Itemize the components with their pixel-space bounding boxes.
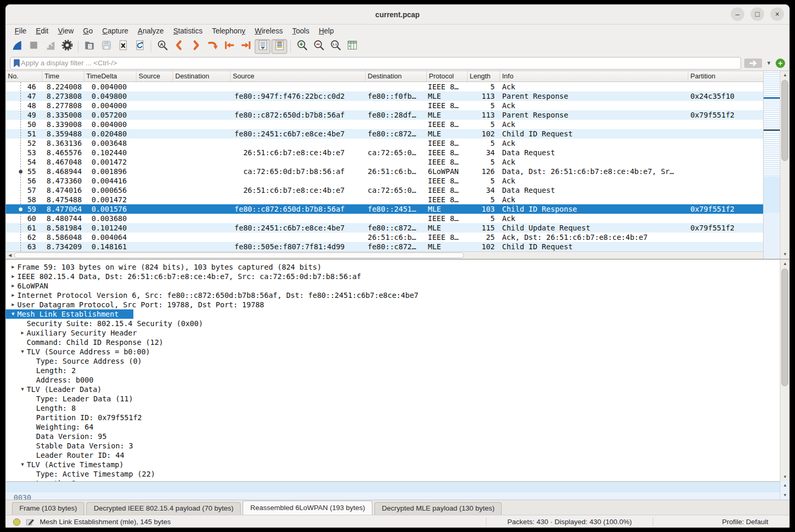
menu-tools[interactable]: Tools xyxy=(288,26,314,36)
detail-line[interactable]: ▾Mesh Link Establishment xyxy=(6,309,789,319)
detail-vscrollbar[interactable]: ▲ ▼ xyxy=(780,260,789,481)
column-header-length[interactable]: Length xyxy=(468,71,500,82)
column-header-info[interactable]: Info xyxy=(500,71,688,82)
menu-statistics[interactable]: Statistics xyxy=(168,26,207,36)
packet-row-49[interactable]: 498.3350080.057200fe80::c872:650d:b7b8:5… xyxy=(6,110,789,120)
column-header-protocol[interactable]: Protocol xyxy=(427,71,468,82)
minimize-button[interactable]: – xyxy=(731,7,744,21)
reload-file-button[interactable] xyxy=(132,39,147,54)
expander-open-icon[interactable]: ▾ xyxy=(18,385,27,394)
detail-line[interactable]: Partition ID: 0x79f551f2 xyxy=(6,413,789,422)
expander-closed-icon[interactable]: ▸ xyxy=(18,328,27,338)
packet-row-61[interactable]: 618.5819840.101240fe80::2451:c6b7:e8ce:4… xyxy=(6,223,789,233)
expander-open-icon[interactable]: ▾ xyxy=(18,347,27,356)
packet-row-51[interactable]: 518.3594880.020480fe80::2451:c6b7:e8ce:4… xyxy=(6,129,789,138)
detail-line[interactable]: Address: b000 xyxy=(6,375,789,385)
detail-line[interactable]: Length: 8 xyxy=(6,403,789,413)
detail-line[interactable]: ▸IEEE 802.15.4 Data, Dst: 26:51:c6:b7:e8… xyxy=(6,272,789,281)
zoom-in-button[interactable] xyxy=(294,39,310,54)
menu-wireless[interactable]: Wireless xyxy=(250,26,288,36)
open-file-button[interactable] xyxy=(82,39,97,54)
packet-row-58[interactable]: 588.4754880.001472IEEE 8…5Ack xyxy=(6,195,789,204)
apply-filter-button[interactable] xyxy=(744,59,762,68)
go-forward-button[interactable] xyxy=(188,39,203,54)
packet-row-57[interactable]: 578.4740160.00065626:51:c6:b7:e8:ce:4b:e… xyxy=(6,186,789,195)
byte-view-tab[interactable]: Reassembled 6LoWPAN (193 bytes) xyxy=(243,501,372,515)
scroll-up-icon[interactable]: ▲ xyxy=(780,481,790,490)
colorize-toggle[interactable] xyxy=(271,39,287,54)
packet-row-55[interactable]: 558.4689440.001896ca:72:65:0d:b7:b8:56:a… xyxy=(6,167,789,176)
close-file-button[interactable] xyxy=(115,39,131,54)
detail-line[interactable]: ▾TLV (Active Timestamp) xyxy=(6,460,789,469)
detail-line[interactable]: Command: Child ID Response (12) xyxy=(6,338,789,347)
menu-analyze[interactable]: Analyze xyxy=(133,26,168,36)
hex-vscrollbar[interactable]: ▲ ▼ xyxy=(780,481,789,500)
detail-line[interactable]: Leader Router ID: 44 xyxy=(6,450,789,460)
byte-view-tab[interactable]: Decrypted MLE payload (130 bytes) xyxy=(374,502,502,515)
go-first-packet-button[interactable] xyxy=(221,39,237,54)
menu-telephony[interactable]: Telephony xyxy=(207,26,250,36)
detail-line[interactable]: ▸6LoWPAN xyxy=(6,281,789,291)
expander-closed-icon[interactable]: ▸ xyxy=(9,281,17,291)
auto-scroll-toggle[interactable] xyxy=(255,39,270,54)
scroll-up-icon[interactable]: ▲ xyxy=(780,71,790,79)
packet-row-48[interactable]: 488.2778080.004000IEEE 8…5Ack xyxy=(6,101,789,110)
column-header-dst1[interactable]: Destination xyxy=(173,71,231,82)
expert-info-icon[interactable] xyxy=(13,518,20,526)
go-back-button[interactable] xyxy=(171,39,187,54)
packet-row-54[interactable]: 548.4670480.001472IEEE 8…5Ack xyxy=(6,157,789,167)
packet-row-59[interactable]: 598.4770640.001576fe80::c872:650d:b7b8:5… xyxy=(6,204,789,214)
packet-row-47[interactable]: 478.2738080.049800fe80::947f:f476:22bc:c… xyxy=(6,91,789,101)
packet-row-63[interactable]: 638.7342090.148161fe80::505e:f807:7f81:4… xyxy=(6,242,789,251)
zoom-out-button[interactable] xyxy=(311,39,326,54)
expander-closed-icon[interactable]: ▸ xyxy=(9,291,17,300)
detail-line[interactable]: Security Suite: 802.15.4 Security (0x00) xyxy=(6,319,789,328)
packet-row-62[interactable]: 628.5860480.00406426:51:c6:b…IEEE 8…25Ac… xyxy=(6,233,789,242)
resize-columns-button[interactable] xyxy=(344,39,360,54)
column-header-partition[interactable]: Partition xyxy=(688,71,764,82)
scroll-down-icon[interactable]: ▼ xyxy=(780,250,790,259)
detail-line[interactable]: Type: Active Timestamp (22) xyxy=(6,469,789,479)
packet-row-52[interactable]: 528.3631360.003648IEEE 8…5Ack xyxy=(6,138,789,148)
add-filter-button[interactable]: + xyxy=(776,59,785,68)
vscroll-thumb[interactable] xyxy=(781,80,788,161)
detail-line[interactable]: Type: Source Address (0) xyxy=(6,356,789,366)
packet-row-46[interactable]: 468.2240080.004000IEEE 8…5Ack xyxy=(6,82,789,91)
capture-options-button[interactable] xyxy=(59,39,75,54)
go-to-packet-button[interactable] xyxy=(205,39,220,54)
detail-line[interactable]: ▾TLV (Source Address = b0:00) xyxy=(6,347,789,356)
packet-row-53[interactable]: 538.4655760.10244026:51:c6:b7:e8:ce:4b:e… xyxy=(6,148,789,157)
filter-dropdown-caret[interactable]: ▼ xyxy=(766,60,771,66)
expander-closed-icon[interactable]: ▸ xyxy=(9,272,17,281)
packet-minimap[interactable] xyxy=(763,71,780,259)
column-header-src2[interactable]: Source xyxy=(231,71,366,82)
menu-edit[interactable]: Edit xyxy=(31,26,53,36)
find-packet-button[interactable]: A xyxy=(154,39,170,54)
detail-line[interactable]: ▸Frame 59: 103 bytes on wire (824 bits),… xyxy=(6,262,789,272)
packet-list-vscrollbar[interactable]: ▲ ▼ xyxy=(780,71,789,259)
column-header-src1[interactable]: Source xyxy=(137,71,173,82)
detail-line[interactable]: Type: Leader Data (11) xyxy=(6,394,789,403)
detail-line[interactable]: ▸Auxiliary Security Header xyxy=(6,328,789,338)
detail-line[interactable]: Stable Data Version: 3 xyxy=(6,441,789,450)
menu-view[interactable]: View xyxy=(53,26,78,36)
profile-label[interactable]: Profile: Default xyxy=(653,518,789,526)
packet-row-50[interactable]: 508.3390080.004000IEEE 8…5Ack xyxy=(6,120,789,129)
hscroll-thumb[interactable] xyxy=(14,252,464,258)
packet-list-hscrollbar[interactable]: ◀ ▶ xyxy=(6,251,781,259)
maximize-button[interactable]: □ xyxy=(751,7,764,21)
column-header-dst2[interactable]: Destination xyxy=(366,71,427,82)
menu-capture[interactable]: Capture xyxy=(98,26,133,36)
detail-line[interactable]: ▸Internet Protocol Version 6, Src: fe80:… xyxy=(6,291,789,300)
expander-open-icon[interactable]: ▾ xyxy=(9,309,17,319)
scroll-down-icon[interactable]: ▼ xyxy=(780,473,790,481)
scroll-up-icon[interactable]: ▲ xyxy=(780,260,790,268)
byte-view-tab[interactable]: Decrypted IEEE 802.15.4 payload (70 byte… xyxy=(86,502,241,515)
byte-view-tab[interactable]: Frame (103 bytes) xyxy=(12,502,84,515)
menu-help[interactable]: Help xyxy=(314,26,338,36)
detail-line[interactable]: ▾TLV (Leader Data) xyxy=(6,385,789,394)
bookmark-icon[interactable] xyxy=(13,59,21,68)
menu-file[interactable]: File xyxy=(10,26,31,36)
start-capture-button[interactable] xyxy=(9,39,25,54)
detail-line[interactable]: Data Version: 95 xyxy=(6,432,789,441)
